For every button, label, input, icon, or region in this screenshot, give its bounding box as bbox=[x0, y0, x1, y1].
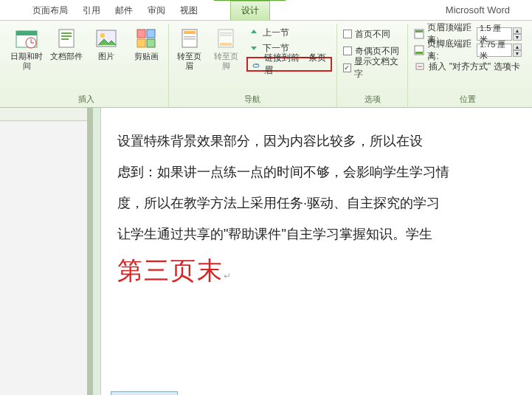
header-dist-spin[interactable]: ▲▼ bbox=[513, 27, 522, 41]
prev-section-button[interactable]: 上一节 bbox=[246, 25, 332, 40]
calendar-icon bbox=[15, 27, 38, 50]
goto-header-button[interactable]: 转至页眉 bbox=[173, 25, 205, 92]
show-doctext-check[interactable]: 显示文档文字 bbox=[342, 61, 404, 75]
picture-icon bbox=[94, 27, 118, 50]
footer-dist-icon bbox=[414, 44, 424, 56]
tab-view[interactable]: 视图 bbox=[173, 1, 205, 20]
goto-footer-button[interactable]: 转至页脚 bbox=[210, 25, 241, 92]
tab-pagelayout[interactable]: 页面布局 bbox=[25, 1, 75, 20]
svg-rect-6 bbox=[61, 38, 69, 40]
svg-rect-1 bbox=[16, 31, 37, 35]
body-line: 让学生通过共享的"帮助课件"自主学习掌握知识。学生 bbox=[117, 219, 527, 250]
group-label-options: 选项 bbox=[365, 92, 381, 107]
ribbon: 日期和时间 文档部件 图片 剪贴画 插入 转至页眉 bbox=[0, 21, 532, 108]
document-body[interactable]: 设置特殊背景效果部分，因为内容比较多，所以在设 虑到：如果讲一点练一点的时间不够… bbox=[101, 108, 532, 306]
tab-mail[interactable]: 邮件 bbox=[108, 1, 140, 20]
group-insert: 日期和时间 文档部件 图片 剪贴画 插入 bbox=[4, 24, 169, 107]
group-label-nav: 导航 bbox=[244, 92, 260, 107]
body-line: 虑到：如果讲一点练一点的时间不够，会影响学生学习情 bbox=[117, 157, 527, 188]
align-tab-icon bbox=[414, 61, 426, 72]
footer-bot-dist[interactable]: 页脚底端距离: 1.75 厘米▲▼ bbox=[412, 43, 523, 58]
group-position: 页眉顶端距离: 1.5 厘米▲▼ 页脚底端距离: 1.75 厘米▲▼ 插入 "对… bbox=[408, 24, 528, 107]
body-line: 度，所以在教学方法上采用任务·驱动、自主探究的学习 bbox=[117, 188, 527, 219]
firstpage-diff-check[interactable]: 首页不同 bbox=[342, 27, 404, 41]
tab-review[interactable]: 审阅 bbox=[140, 1, 173, 20]
svg-rect-11 bbox=[137, 39, 145, 47]
svg-rect-5 bbox=[61, 35, 72, 37]
svg-rect-16 bbox=[184, 38, 196, 40]
group-label-insert: 插入 bbox=[78, 92, 94, 107]
picture-button[interactable]: 图片 bbox=[89, 25, 124, 92]
svg-point-8 bbox=[100, 33, 105, 38]
svg-rect-10 bbox=[147, 30, 155, 38]
svg-rect-24 bbox=[415, 52, 423, 54]
insert-align-tab[interactable]: 插入 "对齐方式" 选项卡 bbox=[412, 59, 523, 74]
svg-rect-22 bbox=[415, 30, 423, 32]
docparts-button[interactable]: 文档部件 bbox=[49, 25, 84, 92]
clipart-button[interactable]: 剪贴画 bbox=[128, 25, 164, 92]
red-annotation-text: 第三页末 bbox=[117, 257, 224, 284]
goto-header-icon bbox=[178, 27, 201, 50]
svg-rect-4 bbox=[61, 32, 72, 34]
svg-rect-20 bbox=[220, 35, 232, 36]
arrow-up-icon bbox=[248, 27, 260, 38]
paragraph-mark: ↵ bbox=[224, 271, 231, 281]
tab-references[interactable]: 引用 bbox=[75, 1, 108, 20]
group-label-position: 位置 bbox=[460, 92, 476, 107]
arrow-down-icon bbox=[248, 42, 260, 54]
footer-section-tag: 页脚 - 第 2 节 - bbox=[111, 391, 178, 395]
svg-rect-15 bbox=[184, 36, 196, 38]
footer-dist-value: 1.75 厘米 bbox=[477, 44, 512, 57]
date-time-button[interactable]: 日期和时间 bbox=[9, 25, 44, 92]
svg-rect-9 bbox=[137, 30, 145, 38]
svg-rect-12 bbox=[147, 39, 155, 47]
clipart-icon bbox=[134, 27, 158, 50]
goto-footer-icon bbox=[214, 27, 238, 50]
link-previous-button[interactable]: 链接到前一条页眉 bbox=[246, 57, 332, 72]
document-area: 设置特殊背景效果部分，因为内容比较多，所以在设 虑到：如果讲一点练一点的时间不够… bbox=[0, 108, 532, 395]
link-icon bbox=[251, 58, 261, 70]
svg-rect-18 bbox=[220, 43, 232, 46]
docparts-icon bbox=[55, 27, 78, 50]
body-line: 设置特殊背景效果部分，因为内容比较多，所以在设 bbox=[117, 126, 527, 157]
footer-dist-spin[interactable]: ▲▼ bbox=[513, 44, 522, 57]
header-dist-icon bbox=[414, 28, 424, 40]
page[interactable]: 设置特殊背景效果部分，因为内容比较多，所以在设 虑到：如果讲一点练一点的时间不够… bbox=[100, 108, 532, 395]
group-options: 首页不同 奇偶页不同 显示文档文字 选项 bbox=[337, 24, 409, 107]
svg-rect-14 bbox=[184, 31, 196, 34]
group-nav: 转至页眉 转至页脚 上一节 下一节 链接到前一条页眉 bbox=[169, 24, 337, 107]
app-title: Microsoft Word bbox=[446, 4, 510, 16]
svg-rect-19 bbox=[220, 32, 232, 34]
ribbon-tabs: 页面布局 引用 邮件 审阅 视图 页眉和页脚工具 设计 Microsoft Wo… bbox=[0, 0, 532, 21]
tab-design[interactable]: 设计 bbox=[230, 1, 270, 20]
